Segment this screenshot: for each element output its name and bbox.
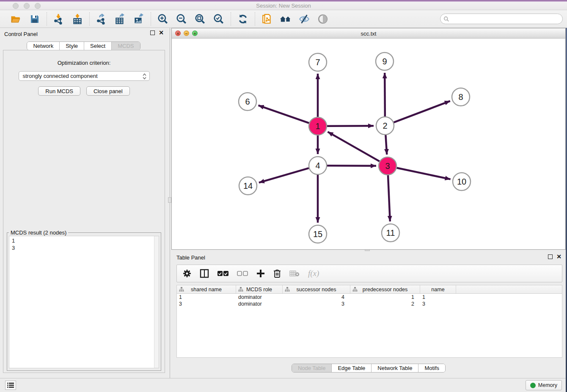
float-table-panel-icon[interactable] [548, 254, 553, 259]
export-image-icon[interactable] [133, 13, 145, 25]
vertical-splitter-handle[interactable] [168, 197, 171, 203]
delete-column-icon[interactable] [273, 269, 281, 278]
float-panel-icon[interactable] [150, 30, 155, 35]
search-input[interactable] [451, 16, 562, 22]
edge-4-3[interactable] [327, 166, 376, 166]
criterion-dropdown[interactable]: strongly connected component [19, 71, 150, 81]
node-9[interactable]: 9 [376, 52, 394, 70]
node-14[interactable]: 14 [239, 177, 257, 195]
clear-checkboxes-icon[interactable] [237, 271, 248, 276]
import-network-icon[interactable] [53, 13, 65, 25]
node-3[interactable]: 3 [379, 157, 396, 175]
edge-2-9[interactable] [385, 73, 385, 116]
titlebar: Session: New Session [0, 0, 567, 10]
tab-network-table[interactable]: Network Table [372, 364, 418, 372]
edge-3-10[interactable] [397, 168, 451, 179]
node-7[interactable]: 7 [309, 53, 327, 71]
mcds-tab-content: Optimization criterion: strongly connect… [3, 50, 165, 373]
edge-1-6[interactable] [258, 105, 309, 123]
open-session-icon[interactable] [10, 13, 22, 25]
memory-button[interactable]: Memory [526, 380, 562, 390]
tab-style[interactable]: Style [60, 42, 84, 50]
split-columns-icon[interactable] [200, 269, 209, 278]
node-label: 2 [383, 121, 387, 130]
edge-2-8[interactable] [394, 101, 450, 123]
add-column-icon[interactable] [256, 269, 265, 278]
vertical-splitter[interactable] [167, 28, 171, 378]
node-4[interactable]: 4 [309, 157, 327, 174]
result-line: 1 [12, 237, 156, 244]
home-icon[interactable] [280, 13, 292, 25]
close-table-panel-icon[interactable]: ✕ [556, 254, 561, 259]
node-label: 3 [385, 161, 390, 171]
tab-node-table[interactable]: Node Table [292, 364, 332, 372]
control-panel: Control Panel ✕ Network Style Select MCD… [0, 28, 167, 378]
edge-3-1[interactable] [328, 132, 379, 161]
column-header-predecessor-nodes[interactable]: predecessor nodes [350, 285, 420, 293]
import-table-icon[interactable] [72, 13, 83, 25]
node-label: 14 [243, 181, 253, 190]
window-title: Session: New Session [0, 3, 567, 9]
node-15[interactable]: 15 [309, 225, 327, 243]
tab-mcds[interactable]: MCDS [112, 42, 140, 50]
node-10[interactable]: 10 [453, 173, 471, 190]
node-6[interactable]: 6 [239, 93, 256, 110]
mcds-result-textarea[interactable]: 1 3 [9, 236, 159, 368]
application-window: Session: New Session [0, 0, 567, 392]
status-bar: Memory [0, 378, 567, 392]
delete-table-icon[interactable] [289, 270, 300, 277]
select-all-checkboxes-icon[interactable] [217, 271, 228, 276]
tab-motifs[interactable]: Motifs [418, 364, 445, 372]
edge-1-2[interactable] [327, 126, 374, 126]
node-2[interactable]: 2 [376, 117, 394, 135]
network-window-titlebar[interactable]: × − + scc.txt [172, 28, 565, 39]
table-toolbar: f(x) [176, 265, 562, 282]
hide-selected-icon[interactable] [298, 13, 310, 25]
refresh-layout-icon[interactable] [237, 13, 249, 25]
edge-3-11[interactable] [388, 175, 390, 221]
tab-select[interactable]: Select [84, 42, 112, 50]
column-header-mcds-role[interactable]: MCDS role [236, 285, 283, 293]
function-builder-icon[interactable]: f(x) [308, 269, 319, 278]
dropdown-stepper-icon [143, 73, 146, 80]
optimization-criterion-label: Optimization criterion: [3, 60, 165, 66]
network-canvas[interactable]: 7968124314101511 [172, 39, 565, 249]
gear-icon[interactable] [183, 269, 191, 278]
node-label: 1 [315, 121, 320, 131]
zoom-out-icon[interactable] [176, 13, 187, 25]
main-toolbar [0, 10, 567, 28]
save-session-icon[interactable] [29, 13, 41, 25]
tab-edge-table[interactable]: Edge Table [332, 364, 372, 372]
table-row[interactable]: 3 dominator 3 2 3 [177, 301, 562, 307]
node-table-body: 1 dominator 4 1 1 3 dominator 3 2 3 [177, 294, 562, 307]
edge-4-14[interactable] [259, 168, 309, 182]
tab-network[interactable]: Network [27, 42, 60, 50]
close-panel-button[interactable]: Close panel [86, 86, 130, 96]
node-label: 8 [458, 92, 463, 102]
close-panel-icon[interactable]: ✕ [159, 30, 164, 35]
export-network-icon[interactable] [96, 13, 107, 25]
network-window-title: scc.txt [172, 30, 565, 37]
node-table: shared name MCDS role successor nodes pr… [176, 285, 562, 358]
zoom-in-icon[interactable] [157, 13, 169, 25]
column-header-name[interactable]: name [420, 285, 456, 293]
clone-network-icon[interactable] [261, 13, 273, 25]
list-icon [7, 382, 14, 388]
node-8[interactable]: 8 [452, 88, 470, 106]
export-table-icon[interactable] [114, 13, 126, 25]
node-11[interactable]: 11 [382, 224, 399, 242]
show-all-icon[interactable] [317, 13, 329, 25]
column-header-successor-nodes[interactable]: successor nodes [283, 285, 350, 293]
result-scrollbar[interactable] [154, 236, 159, 368]
run-mcds-button[interactable]: Run MCDS [38, 86, 80, 96]
search-field[interactable] [440, 14, 563, 24]
column-header-shared-name[interactable]: shared name [177, 285, 236, 293]
result-line: 3 [12, 244, 156, 251]
zoom-selected-icon[interactable] [213, 13, 225, 25]
node-1[interactable]: 1 [309, 117, 327, 135]
node-label: 15 [313, 229, 322, 239]
zoom-fit-icon[interactable] [194, 13, 206, 25]
table-row[interactable]: 1 dominator 4 1 1 [177, 294, 562, 301]
edge-2-3[interactable] [385, 135, 387, 155]
task-history-button[interactable] [5, 381, 16, 390]
